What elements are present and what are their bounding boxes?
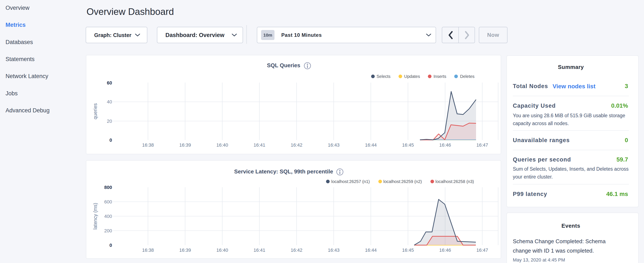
svg-text:queries: queries xyxy=(92,103,98,119)
svg-text:0: 0 xyxy=(110,137,112,143)
svg-text:40: 40 xyxy=(107,99,112,105)
svg-text:Inserts: Inserts xyxy=(434,74,446,79)
svg-text:16:39: 16:39 xyxy=(179,247,191,253)
svg-text:0: 0 xyxy=(110,242,112,248)
svg-text:Updates: Updates xyxy=(404,74,420,79)
svg-text:16:38: 16:38 xyxy=(142,247,154,253)
svg-text:Selects: Selects xyxy=(376,74,390,79)
svg-text:16:40: 16:40 xyxy=(216,247,228,253)
svg-text:Service Latency: SQL, 99th per: Service Latency: SQL, 99th percentile xyxy=(234,168,333,175)
svg-text:Deletes: Deletes xyxy=(460,74,474,79)
svg-text:600: 600 xyxy=(104,199,112,204)
svg-text:16:42: 16:42 xyxy=(291,142,302,148)
svg-text:16:44: 16:44 xyxy=(365,247,377,253)
svg-text:200: 200 xyxy=(104,228,112,233)
svg-text:16:38: 16:38 xyxy=(142,142,154,148)
svg-text:16:46: 16:46 xyxy=(439,142,451,148)
svg-text:400: 400 xyxy=(104,214,112,219)
svg-text:800: 800 xyxy=(104,185,112,190)
svg-text:20: 20 xyxy=(107,119,112,124)
svg-text:16:43: 16:43 xyxy=(328,142,340,148)
svg-text:16:47: 16:47 xyxy=(476,142,488,148)
svg-text:16:43: 16:43 xyxy=(328,247,340,253)
svg-text:localhost:26258 (n3): localhost:26258 (n3) xyxy=(436,179,474,184)
svg-text:localhost:26259 (n2): localhost:26259 (n2) xyxy=(383,179,422,184)
svg-text:16:41: 16:41 xyxy=(254,247,265,253)
svg-text:16:47: 16:47 xyxy=(476,247,488,253)
svg-text:60: 60 xyxy=(107,80,112,86)
svg-text:SQL Queries: SQL Queries xyxy=(267,62,300,69)
svg-text:16:40: 16:40 xyxy=(216,142,228,148)
svg-text:16:45: 16:45 xyxy=(402,142,414,148)
svg-text:16:45: 16:45 xyxy=(402,247,414,253)
svg-text:16:46: 16:46 xyxy=(439,247,451,253)
svg-text:16:44: 16:44 xyxy=(365,142,377,148)
svg-text:16:41: 16:41 xyxy=(254,142,265,148)
svg-text:localhost:26257 (n1): localhost:26257 (n1) xyxy=(331,179,370,184)
svg-text:16:39: 16:39 xyxy=(179,142,191,148)
svg-text:16:42: 16:42 xyxy=(291,247,302,253)
svg-text:latency (ms): latency (ms) xyxy=(92,203,98,229)
